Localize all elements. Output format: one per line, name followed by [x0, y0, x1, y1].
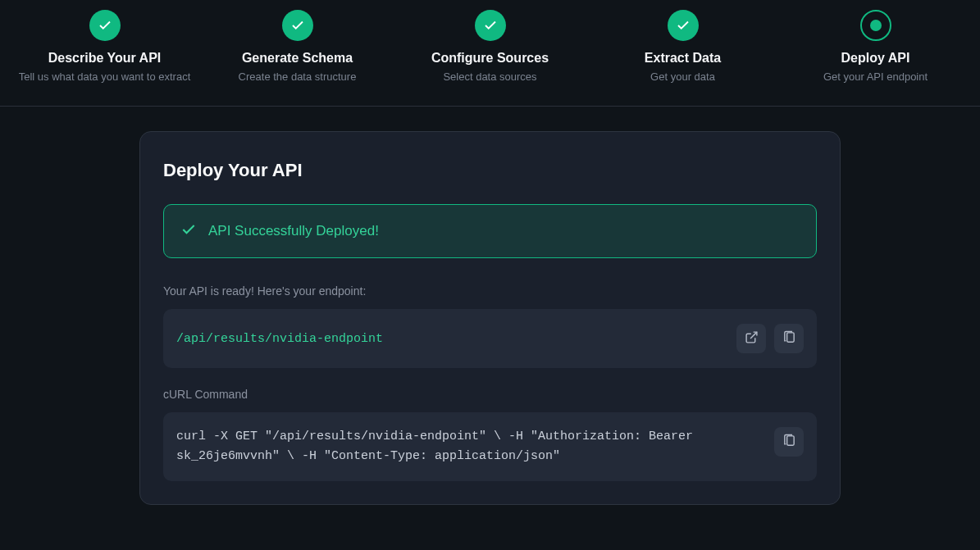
step-describe-api[interactable]: Describe Your API Tell us what data you … [8, 10, 201, 83]
deploy-card: Deploy Your API API Successfully Deploye… [139, 131, 841, 505]
step-extract-data[interactable]: Extract Data Get your data [586, 10, 779, 83]
endpoint-path: /api/results/nvidia-endpoint [176, 332, 383, 346]
step-title: Deploy API [841, 51, 910, 66]
clipboard-icon [782, 434, 796, 450]
step-title: Generate Schema [242, 51, 353, 66]
open-endpoint-button[interactable] [736, 324, 766, 353]
step-deploy-api[interactable]: Deploy API Get your API endpoint [779, 10, 972, 83]
svg-line-0 [750, 332, 757, 339]
step-subtitle: Select data sources [443, 70, 536, 83]
svg-rect-1 [786, 333, 794, 342]
clipboard-icon [782, 330, 796, 347]
step-subtitle: Get your data [650, 70, 715, 83]
copy-endpoint-button[interactable] [774, 324, 804, 353]
external-link-icon [745, 330, 759, 347]
curl-command: curl -X GET "/api/results/nvidia-endpoin… [176, 427, 761, 466]
check-icon [475, 10, 506, 41]
step-subtitle: Tell us what data you want to extract [19, 70, 191, 83]
endpoint-label: Your API is ready! Here's your endpoint: [163, 284, 817, 298]
endpoint-row: /api/results/nvidia-endpoint [163, 309, 817, 368]
active-dot-icon [860, 10, 891, 41]
step-configure-sources[interactable]: Configure Sources Select data sources [394, 10, 586, 83]
card-title: Deploy Your API [163, 160, 817, 181]
success-message: API Successfully Deployed! [208, 223, 379, 239]
curl-row: curl -X GET "/api/results/nvidia-endpoin… [163, 412, 817, 481]
success-banner: API Successfully Deployed! [163, 204, 817, 258]
curl-label: cURL Command [163, 388, 817, 401]
check-icon [89, 10, 121, 41]
step-subtitle: Get your API endpoint [823, 70, 928, 83]
step-title: Extract Data [645, 51, 721, 66]
copy-curl-button[interactable] [774, 427, 804, 457]
endpoint-actions [736, 324, 804, 353]
step-title: Configure Sources [431, 51, 549, 66]
svg-rect-2 [786, 436, 794, 445]
check-icon [180, 221, 197, 241]
step-title: Describe Your API [48, 51, 162, 66]
check-icon [668, 10, 699, 41]
step-generate-schema[interactable]: Generate Schema Create the data structur… [201, 10, 394, 83]
step-subtitle: Create the data structure [239, 70, 357, 83]
progress-stepper: Describe Your API Tell us what data you … [0, 0, 980, 107]
check-icon [282, 10, 313, 41]
